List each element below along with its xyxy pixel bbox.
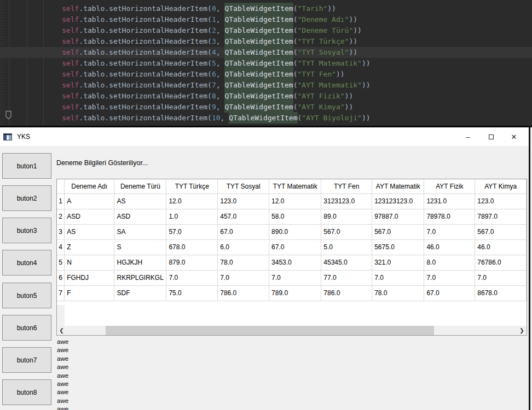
column-header[interactable]: Deneme Türü: [114, 179, 166, 194]
buton-button-5[interactable]: buton5: [2, 283, 51, 308]
table-cell[interactable]: 321.0: [372, 255, 424, 270]
code-line[interactable]: self.tablo.setHorizontalHeaderItem(5, QT…: [0, 58, 532, 69]
table-cell[interactable]: 78.0: [372, 285, 424, 301]
table-cell[interactable]: 5.0: [321, 239, 372, 255]
table-cell[interactable]: 67.0: [269, 239, 321, 255]
bookmark-icon[interactable]: [5, 110, 12, 121]
table-cell[interactable]: 7.0: [424, 224, 475, 239]
maximize-button[interactable]: [479, 127, 502, 146]
table-cell[interactable]: 890.0: [269, 224, 321, 239]
buton-button-2[interactable]: buton2: [2, 185, 51, 211]
table-cell[interactable]: 7897.0: [475, 209, 527, 224]
table-cell[interactable]: S: [114, 239, 166, 255]
table-cell[interactable]: 76786.0: [475, 255, 527, 270]
table-cell[interactable]: 789.0: [269, 285, 321, 301]
table-cell[interactable]: 457.0: [218, 209, 269, 224]
row-number[interactable]: 2: [57, 209, 65, 224]
table-cell[interactable]: 7.0: [424, 270, 475, 285]
table-cell[interactable]: 1231.0: [424, 194, 475, 209]
deneme-table-widget[interactable]: Deneme AdıDeneme TürüTYT TürkçeTYT Sosya…: [56, 179, 527, 336]
table-cell[interactable]: 678.0: [166, 239, 218, 255]
buton-button-3[interactable]: buton3: [2, 218, 51, 243]
table-cell[interactable]: 78978.0: [424, 209, 475, 224]
table-cell[interactable]: 7.0: [166, 270, 218, 285]
table-cell[interactable]: A: [65, 194, 114, 209]
table-cell[interactable]: 5675.0: [372, 239, 424, 255]
table-cell[interactable]: 567.0: [372, 224, 424, 239]
table-cell[interactable]: 46.0: [424, 239, 475, 255]
table-cell[interactable]: RKRPLGIRKGL: [114, 270, 166, 285]
code-line[interactable]: self.tablo.setHorizontalHeaderItem(1, QT…: [0, 14, 532, 25]
table-cell[interactable]: 97887.0: [372, 209, 424, 224]
table-cell[interactable]: SDF: [114, 285, 166, 301]
table-cell[interactable]: 567.0: [475, 224, 527, 239]
corner-header-cell[interactable]: [57, 179, 65, 194]
table-cell[interactable]: 786.0: [218, 285, 269, 301]
column-header[interactable]: TYT Matematik: [269, 179, 321, 194]
code-line[interactable]: self.tablo.setHorizontalHeaderItem(0, QT…: [0, 3, 532, 14]
buton-button-6[interactable]: buton6: [2, 315, 51, 341]
table-cell[interactable]: 7.0: [269, 270, 321, 285]
table-cell[interactable]: F: [65, 285, 114, 301]
scroll-right-arrow[interactable]: ❯: [517, 326, 527, 335]
code-line[interactable]: self.tablo.setHorizontalHeaderItem(4, QT…: [0, 47, 532, 58]
table-cell[interactable]: 567.0: [321, 224, 372, 239]
table-cell[interactable]: 879.0: [166, 255, 218, 270]
row-number[interactable]: 4: [57, 239, 65, 255]
table-cell[interactable]: HGJKJH: [114, 255, 166, 270]
scroll-thumb[interactable]: [106, 326, 434, 335]
column-header[interactable]: AYT Kimya: [475, 179, 527, 194]
table-cell[interactable]: ASD: [114, 209, 166, 224]
table-cell[interactable]: 7.0: [372, 270, 424, 285]
table-cell[interactable]: 58.0: [269, 209, 321, 224]
table-cell[interactable]: 78.0: [218, 255, 269, 270]
table-cell[interactable]: 12.0: [166, 194, 218, 209]
code-line[interactable]: self.tablo.setHorizontalHeaderItem(10, Q…: [0, 113, 532, 124]
column-header[interactable]: TYT Sosyal: [218, 179, 269, 194]
horizontal-scrollbar[interactable]: ❮ ❯: [57, 326, 527, 335]
table-cell[interactable]: 123.0: [218, 194, 269, 209]
table-cell[interactable]: SA: [114, 224, 166, 239]
deneme-table[interactable]: Deneme AdıDeneme TürüTYT TürkçeTYT Sosya…: [57, 179, 527, 301]
table-cell[interactable]: 89.0: [321, 209, 372, 224]
column-header[interactable]: Deneme Adı: [65, 179, 114, 194]
row-number[interactable]: 7: [57, 285, 65, 301]
table-cell[interactable]: N: [65, 255, 114, 270]
table-cell[interactable]: 6.0: [218, 239, 269, 255]
column-header[interactable]: TYT Fen: [321, 179, 372, 194]
column-header[interactable]: TYT Türkçe: [166, 179, 218, 194]
buton-button-7[interactable]: buton7: [2, 347, 51, 373]
code-line[interactable]: self.tablo.setHorizontalHeaderItem(9, QT…: [0, 102, 532, 113]
table-cell[interactable]: Z: [65, 239, 114, 255]
table-cell[interactable]: FGHDJ: [65, 270, 114, 285]
table-cell[interactable]: 67.0: [424, 285, 475, 301]
buton-button-4[interactable]: buton4: [2, 250, 51, 276]
table-cell[interactable]: 8.0: [424, 255, 475, 270]
row-number[interactable]: 6: [57, 270, 65, 285]
code-line[interactable]: self.tablo.setHorizontalHeaderItem(7, QT…: [0, 80, 532, 91]
code-editor[interactable]: self.tablo.setHorizontalHeaderItem(0, QT…: [0, 0, 532, 126]
table-cell[interactable]: 8678.0: [475, 285, 527, 301]
close-button[interactable]: ✕: [502, 127, 525, 146]
table-cell[interactable]: ASD: [65, 209, 114, 224]
table-cell[interactable]: 45345.0: [321, 255, 372, 270]
table-cell[interactable]: 12.0: [269, 194, 321, 209]
table-cell[interactable]: 3453.0: [269, 255, 321, 270]
table-cell[interactable]: 786.0: [321, 285, 372, 301]
row-number[interactable]: 5: [57, 255, 65, 270]
buton-button-1[interactable]: buton1: [2, 153, 51, 179]
table-cell[interactable]: 1.0: [166, 209, 218, 224]
table-cell[interactable]: 46.0: [475, 239, 527, 255]
table-cell[interactable]: 57.0: [166, 224, 218, 239]
table-cell[interactable]: 3123123.0: [321, 194, 372, 209]
minimize-button[interactable]: –: [456, 127, 479, 146]
table-cell[interactable]: 77.0: [321, 270, 372, 285]
table-cell[interactable]: 123123123.0: [372, 194, 424, 209]
scroll-left-arrow[interactable]: ❮: [57, 326, 66, 335]
table-cell[interactable]: AS: [114, 194, 166, 209]
code-line[interactable]: self.tablo.setHorizontalHeaderItem(3, QT…: [0, 36, 532, 47]
table-cell[interactable]: 67.0: [218, 224, 269, 239]
table-cell[interactable]: 75.0: [166, 285, 218, 301]
code-line[interactable]: self.tablo.setHorizontalHeaderItem(8, QT…: [0, 91, 532, 102]
column-header[interactable]: AYT Matematik: [372, 179, 424, 194]
